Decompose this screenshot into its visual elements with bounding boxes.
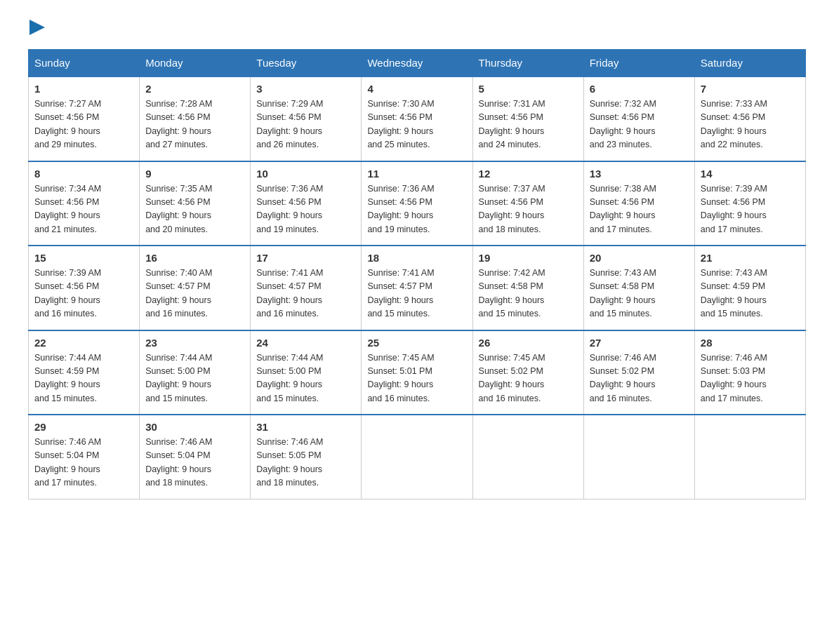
day-number: 1 xyxy=(34,83,133,95)
calendar-cell: 3Sunrise: 7:29 AMSunset: 4:56 PMDaylight… xyxy=(251,76,362,161)
logo-triangle-icon xyxy=(29,20,45,35)
header-wednesday: Wednesday xyxy=(362,50,472,77)
calendar-header-row: SundayMondayTuesdayWednesdayThursdayFrid… xyxy=(29,50,806,77)
calendar-cell xyxy=(694,415,805,499)
calendar-cell: 15Sunrise: 7:39 AMSunset: 4:56 PMDayligh… xyxy=(29,246,140,330)
day-number: 31 xyxy=(256,421,355,433)
day-info: Sunrise: 7:44 AMSunset: 4:59 PMDaylight:… xyxy=(34,351,133,406)
day-info: Sunrise: 7:33 AMSunset: 4:56 PMDaylight:… xyxy=(701,98,800,152)
day-number: 25 xyxy=(367,337,466,349)
calendar-cell xyxy=(362,415,472,499)
calendar-cell: 10Sunrise: 7:36 AMSunset: 4:56 PMDayligh… xyxy=(251,161,362,246)
day-number: 22 xyxy=(34,337,133,349)
calendar-cell: 18Sunrise: 7:41 AMSunset: 4:57 PMDayligh… xyxy=(362,246,472,330)
calendar-cell xyxy=(472,415,583,499)
day-info: Sunrise: 7:45 AMSunset: 5:02 PMDaylight:… xyxy=(479,351,578,406)
day-info: Sunrise: 7:46 AMSunset: 5:05 PMDaylight:… xyxy=(256,436,355,490)
calendar-cell: 31Sunrise: 7:46 AMSunset: 5:05 PMDayligh… xyxy=(251,415,362,499)
calendar-week-2: 8Sunrise: 7:34 AMSunset: 4:56 PMDaylight… xyxy=(29,161,806,246)
day-number: 27 xyxy=(590,337,689,349)
day-number: 15 xyxy=(34,252,133,264)
calendar-cell: 17Sunrise: 7:41 AMSunset: 4:57 PMDayligh… xyxy=(251,246,362,330)
day-info: Sunrise: 7:37 AMSunset: 4:56 PMDaylight:… xyxy=(479,182,578,237)
day-info: Sunrise: 7:35 AMSunset: 4:56 PMDaylight:… xyxy=(145,182,244,237)
day-number: 21 xyxy=(701,252,800,264)
day-number: 12 xyxy=(479,168,578,180)
calendar-cell: 16Sunrise: 7:40 AMSunset: 4:57 PMDayligh… xyxy=(140,246,251,330)
calendar-cell: 4Sunrise: 7:30 AMSunset: 4:56 PMDaylight… xyxy=(362,76,472,161)
calendar-cell: 22Sunrise: 7:44 AMSunset: 4:59 PMDayligh… xyxy=(29,330,140,415)
day-info: Sunrise: 7:29 AMSunset: 4:56 PMDaylight:… xyxy=(256,98,355,152)
day-number: 9 xyxy=(145,168,244,180)
calendar-cell: 27Sunrise: 7:46 AMSunset: 5:02 PMDayligh… xyxy=(583,330,694,415)
day-info: Sunrise: 7:45 AMSunset: 5:01 PMDaylight:… xyxy=(367,351,466,406)
calendar-cell: 25Sunrise: 7:45 AMSunset: 5:01 PMDayligh… xyxy=(362,330,472,415)
day-number: 11 xyxy=(367,168,466,180)
day-info: Sunrise: 7:36 AMSunset: 4:56 PMDaylight:… xyxy=(367,182,466,237)
day-number: 6 xyxy=(590,83,689,95)
calendar-cell: 26Sunrise: 7:45 AMSunset: 5:02 PMDayligh… xyxy=(472,330,583,415)
calendar-cell: 19Sunrise: 7:42 AMSunset: 4:58 PMDayligh… xyxy=(472,246,583,330)
day-info: Sunrise: 7:31 AMSunset: 4:56 PMDaylight:… xyxy=(479,98,578,152)
day-info: Sunrise: 7:36 AMSunset: 4:56 PMDaylight:… xyxy=(256,182,355,237)
header-tuesday: Tuesday xyxy=(251,50,362,77)
day-info: Sunrise: 7:43 AMSunset: 4:58 PMDaylight:… xyxy=(590,267,689,321)
calendar-cell xyxy=(583,415,694,499)
calendar-table: SundayMondayTuesdayWednesdayThursdayFrid… xyxy=(28,49,806,499)
calendar-week-5: 29Sunrise: 7:46 AMSunset: 5:04 PMDayligh… xyxy=(29,415,806,499)
day-number: 24 xyxy=(256,337,355,349)
day-info: Sunrise: 7:38 AMSunset: 4:56 PMDaylight:… xyxy=(590,182,689,237)
header-friday: Friday xyxy=(583,50,694,77)
day-number: 7 xyxy=(701,83,800,95)
header-monday: Monday xyxy=(140,50,251,77)
calendar-cell: 5Sunrise: 7:31 AMSunset: 4:56 PMDaylight… xyxy=(472,76,583,161)
day-number: 17 xyxy=(256,252,355,264)
day-info: Sunrise: 7:41 AMSunset: 4:57 PMDaylight:… xyxy=(367,267,466,321)
day-info: Sunrise: 7:27 AMSunset: 4:56 PMDaylight:… xyxy=(34,98,133,152)
calendar-cell: 21Sunrise: 7:43 AMSunset: 4:59 PMDayligh… xyxy=(694,246,805,330)
calendar-cell: 6Sunrise: 7:32 AMSunset: 4:56 PMDaylight… xyxy=(583,76,694,161)
calendar-cell: 30Sunrise: 7:46 AMSunset: 5:04 PMDayligh… xyxy=(140,415,251,499)
day-info: Sunrise: 7:44 AMSunset: 5:00 PMDaylight:… xyxy=(145,351,244,406)
calendar-cell: 12Sunrise: 7:37 AMSunset: 4:56 PMDayligh… xyxy=(472,161,583,246)
calendar-week-1: 1Sunrise: 7:27 AMSunset: 4:56 PMDaylight… xyxy=(29,76,806,161)
calendar-cell: 20Sunrise: 7:43 AMSunset: 4:58 PMDayligh… xyxy=(583,246,694,330)
day-info: Sunrise: 7:30 AMSunset: 4:56 PMDaylight:… xyxy=(367,98,466,152)
day-info: Sunrise: 7:46 AMSunset: 5:04 PMDaylight:… xyxy=(34,436,133,490)
calendar-cell: 9Sunrise: 7:35 AMSunset: 4:56 PMDaylight… xyxy=(140,161,251,246)
calendar-week-3: 15Sunrise: 7:39 AMSunset: 4:56 PMDayligh… xyxy=(29,246,806,330)
svg-marker-0 xyxy=(29,20,45,35)
calendar-cell: 1Sunrise: 7:27 AMSunset: 4:56 PMDaylight… xyxy=(29,76,140,161)
day-number: 13 xyxy=(590,168,689,180)
calendar-cell: 2Sunrise: 7:28 AMSunset: 4:56 PMDaylight… xyxy=(140,76,251,161)
header-thursday: Thursday xyxy=(472,50,583,77)
page-header xyxy=(28,21,806,35)
calendar-cell: 24Sunrise: 7:44 AMSunset: 5:00 PMDayligh… xyxy=(251,330,362,415)
calendar-week-4: 22Sunrise: 7:44 AMSunset: 4:59 PMDayligh… xyxy=(29,330,806,415)
day-info: Sunrise: 7:42 AMSunset: 4:58 PMDaylight:… xyxy=(479,267,578,321)
day-info: Sunrise: 7:46 AMSunset: 5:03 PMDaylight:… xyxy=(701,351,800,406)
day-info: Sunrise: 7:44 AMSunset: 5:00 PMDaylight:… xyxy=(256,351,355,406)
day-info: Sunrise: 7:28 AMSunset: 4:56 PMDaylight:… xyxy=(145,98,244,152)
calendar-cell: 13Sunrise: 7:38 AMSunset: 4:56 PMDayligh… xyxy=(583,161,694,246)
day-info: Sunrise: 7:34 AMSunset: 4:56 PMDaylight:… xyxy=(34,182,133,237)
calendar-cell: 7Sunrise: 7:33 AMSunset: 4:56 PMDaylight… xyxy=(694,76,805,161)
day-info: Sunrise: 7:39 AMSunset: 4:56 PMDaylight:… xyxy=(34,267,133,321)
calendar-cell: 14Sunrise: 7:39 AMSunset: 4:56 PMDayligh… xyxy=(694,161,805,246)
calendar-cell: 29Sunrise: 7:46 AMSunset: 5:04 PMDayligh… xyxy=(29,415,140,499)
day-info: Sunrise: 7:46 AMSunset: 5:02 PMDaylight:… xyxy=(590,351,689,406)
day-number: 10 xyxy=(256,168,355,180)
day-number: 20 xyxy=(590,252,689,264)
day-info: Sunrise: 7:41 AMSunset: 4:57 PMDaylight:… xyxy=(256,267,355,321)
header-saturday: Saturday xyxy=(694,50,805,77)
day-number: 3 xyxy=(256,83,355,95)
day-number: 18 xyxy=(367,252,466,264)
day-number: 4 xyxy=(367,83,466,95)
day-number: 29 xyxy=(34,421,133,433)
day-number: 14 xyxy=(701,168,800,180)
day-number: 16 xyxy=(145,252,244,264)
logo xyxy=(28,21,45,35)
day-number: 5 xyxy=(479,83,578,95)
day-number: 2 xyxy=(145,83,244,95)
calendar-cell: 8Sunrise: 7:34 AMSunset: 4:56 PMDaylight… xyxy=(29,161,140,246)
